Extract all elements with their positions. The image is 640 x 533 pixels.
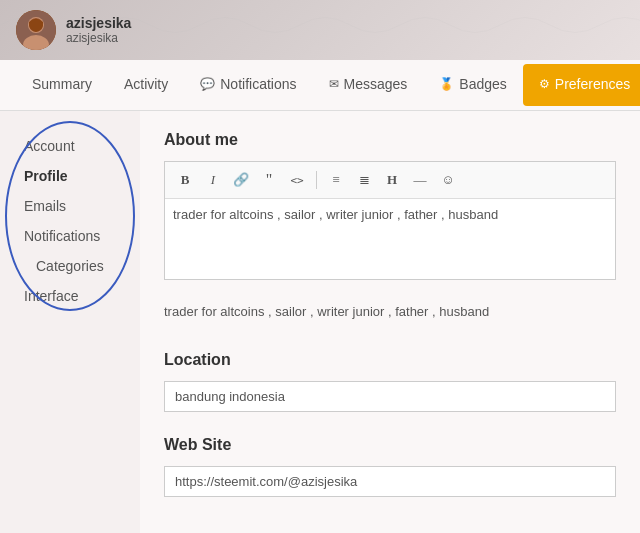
about-me-preview: trader for altcoins , sailor , writer ju… [164, 296, 616, 327]
quote-button[interactable]: " [257, 168, 281, 192]
location-input[interactable] [164, 381, 616, 412]
about-me-editor: B I 🔗 " <> ≡ ≣ H — ☺ trader for altcoins… [164, 161, 616, 280]
sidebar-item-account[interactable]: Account [16, 131, 124, 161]
tab-badges-label: Badges [459, 76, 506, 92]
sidebar-item-interface[interactable]: Interface [16, 281, 124, 311]
tab-preferences[interactable]: ⚙ Preferences [523, 64, 640, 106]
header-handle: azisjesika [66, 31, 131, 45]
bold-button[interactable]: B [173, 168, 197, 192]
emoji-button[interactable]: ☺ [436, 168, 460, 192]
link-button[interactable]: 🔗 [229, 168, 253, 192]
sidebar-item-profile[interactable]: Profile [16, 161, 124, 191]
sidebar-item-emails[interactable]: Emails [16, 191, 124, 221]
header: azisjesika azisjesika [0, 0, 640, 60]
sidebar-item-categories[interactable]: Categories [16, 251, 124, 281]
code-button[interactable]: <> [285, 168, 309, 192]
rule-button[interactable]: — [408, 168, 432, 192]
tab-activity[interactable]: Activity [108, 64, 184, 106]
messages-icon: ✉ [329, 77, 339, 91]
content-area: About me B I 🔗 " <> ≡ ≣ H — ☺ trader for… [140, 111, 640, 533]
nav-tabs: Summary Activity 💬 Notifications ✉ Messa… [0, 60, 640, 111]
tab-summary[interactable]: Summary [16, 64, 108, 106]
badges-icon: 🏅 [439, 77, 454, 91]
website-title: Web Site [164, 436, 616, 454]
location-title: Location [164, 351, 616, 369]
tab-activity-label: Activity [124, 76, 168, 92]
tab-messages-label: Messages [344, 76, 408, 92]
tab-summary-label: Summary [32, 76, 92, 92]
italic-button[interactable]: I [201, 168, 225, 192]
toolbar-separator-1 [316, 171, 317, 189]
about-me-title: About me [164, 131, 616, 149]
header-info: azisjesika azisjesika [66, 15, 131, 45]
website-input[interactable] [164, 466, 616, 497]
tab-preferences-label: Preferences [555, 76, 630, 92]
sidebar-item-notifications[interactable]: Notifications [16, 221, 124, 251]
notifications-icon: 💬 [200, 77, 215, 91]
header-username: azisjesika [66, 15, 131, 31]
ordered-list-button[interactable]: ≣ [352, 168, 376, 192]
website-section: Web Site [164, 436, 616, 497]
about-me-input[interactable]: trader for altcoins , sailor , writer ju… [165, 199, 615, 279]
sidebar: Account Profile Emails Notifications Cat… [0, 111, 140, 533]
main-layout: Account Profile Emails Notifications Cat… [0, 111, 640, 533]
editor-toolbar: B I 🔗 " <> ≡ ≣ H — ☺ [165, 162, 615, 199]
preferences-icon: ⚙ [539, 77, 550, 91]
avatar [16, 10, 56, 50]
heading-button[interactable]: H [380, 168, 404, 192]
bullet-list-button[interactable]: ≡ [324, 168, 348, 192]
tab-messages[interactable]: ✉ Messages [313, 64, 424, 106]
tab-notifications-label: Notifications [220, 76, 296, 92]
location-section: Location [164, 351, 616, 412]
tab-badges[interactable]: 🏅 Badges [423, 64, 522, 106]
tab-notifications[interactable]: 💬 Notifications [184, 64, 312, 106]
about-me-section: About me B I 🔗 " <> ≡ ≣ H — ☺ trader for… [164, 131, 616, 327]
